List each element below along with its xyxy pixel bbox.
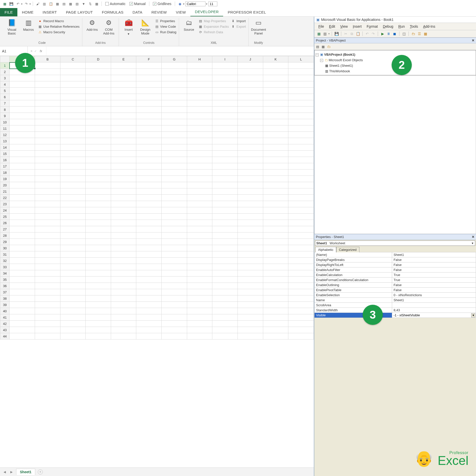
cell[interactable] xyxy=(35,157,60,163)
cell[interactable] xyxy=(162,295,187,302)
vbe-reset-icon[interactable]: ◼ xyxy=(392,31,397,36)
cell[interactable] xyxy=(288,75,314,81)
cell[interactable] xyxy=(288,308,314,314)
cell[interactable] xyxy=(86,163,111,169)
cell[interactable] xyxy=(288,283,314,289)
cell[interactable] xyxy=(60,220,86,226)
cell[interactable] xyxy=(86,289,111,295)
cell[interactable] xyxy=(162,119,187,125)
cell[interactable] xyxy=(288,295,314,302)
view-object-icon[interactable]: ▦ xyxy=(321,44,325,49)
cell[interactable] xyxy=(162,226,187,232)
cell[interactable] xyxy=(60,314,86,321)
cell[interactable] xyxy=(35,113,60,119)
vbe-menu-run[interactable]: Run xyxy=(396,24,407,29)
formula-input[interactable] xyxy=(46,46,314,56)
cell[interactable] xyxy=(263,251,288,258)
cell[interactable] xyxy=(35,94,60,100)
row-header[interactable]: 24 xyxy=(0,207,10,214)
cell[interactable] xyxy=(212,188,238,195)
cell[interactable] xyxy=(212,119,238,125)
property-name[interactable]: EnableFormatConditionsCalculation xyxy=(315,278,392,283)
cell[interactable] xyxy=(35,138,60,144)
cell[interactable] xyxy=(111,62,136,69)
cell[interactable] xyxy=(136,321,162,327)
cell[interactable] xyxy=(60,258,86,264)
row-header[interactable]: 7 xyxy=(0,100,10,107)
property-value[interactable]: Sheet1 xyxy=(392,298,476,303)
vbe-paste-icon[interactable]: 📋 xyxy=(355,31,360,36)
cell[interactable] xyxy=(60,69,86,75)
cell[interactable] xyxy=(162,144,187,151)
cell[interactable] xyxy=(263,119,288,125)
cell[interactable] xyxy=(187,232,212,239)
cell[interactable] xyxy=(187,201,212,207)
cell[interactable] xyxy=(10,113,35,119)
cell[interactable] xyxy=(136,314,162,321)
map-properties-button[interactable]: ▤Map Properties xyxy=(198,18,229,24)
vbe-save-icon[interactable]: 💾 xyxy=(334,31,339,36)
cell[interactable] xyxy=(10,207,35,214)
cell[interactable] xyxy=(263,283,288,289)
vbe-properties-icon[interactable]: ☰ xyxy=(417,31,422,36)
cell[interactable] xyxy=(10,270,35,277)
cell[interactable] xyxy=(10,232,35,239)
cell[interactable] xyxy=(212,264,238,270)
col-header[interactable]: I xyxy=(212,56,238,62)
cell[interactable] xyxy=(35,69,60,75)
cell[interactable] xyxy=(60,144,86,151)
cell[interactable] xyxy=(237,264,263,270)
cell[interactable] xyxy=(35,188,60,195)
col-header[interactable]: E xyxy=(111,56,136,62)
cell[interactable] xyxy=(237,207,263,214)
toggle-folders-icon[interactable]: 🗀 xyxy=(326,44,331,49)
vbe-menu-file[interactable]: File xyxy=(316,24,326,29)
cell[interactable] xyxy=(263,333,288,339)
cell[interactable] xyxy=(288,113,314,119)
cell[interactable] xyxy=(35,251,60,258)
row-header[interactable]: 25 xyxy=(0,214,10,220)
cell[interactable] xyxy=(60,270,86,277)
cell[interactable] xyxy=(35,283,60,289)
cell[interactable] xyxy=(86,119,111,125)
row-header[interactable]: 11 xyxy=(0,125,10,132)
vbe-cut-icon[interactable]: ✂ xyxy=(343,31,348,36)
workbook-icon[interactable]: ▦ xyxy=(55,1,60,7)
cell[interactable] xyxy=(237,333,263,339)
cell[interactable] xyxy=(10,214,35,220)
col-header[interactable]: H xyxy=(187,56,212,62)
row-header[interactable]: 33 xyxy=(0,264,10,270)
property-name[interactable]: EnableSelection xyxy=(315,293,392,298)
cell[interactable] xyxy=(212,277,238,283)
cell[interactable] xyxy=(60,277,86,283)
cell[interactable] xyxy=(10,314,35,321)
property-value[interactable]: False xyxy=(392,283,476,288)
cell[interactable] xyxy=(237,232,263,239)
cell[interactable] xyxy=(162,220,187,226)
row-header[interactable]: 18 xyxy=(0,169,10,176)
cell[interactable] xyxy=(263,277,288,283)
pivot-icon[interactable]: ▤ xyxy=(61,1,67,7)
cell[interactable] xyxy=(86,239,111,245)
cell[interactable] xyxy=(10,125,35,132)
cell[interactable] xyxy=(187,62,212,69)
cell[interactable] xyxy=(212,69,238,75)
cell[interactable] xyxy=(35,327,60,333)
cell[interactable] xyxy=(162,321,187,327)
cell[interactable] xyxy=(162,100,187,107)
cell[interactable] xyxy=(288,119,314,125)
cell[interactable] xyxy=(86,132,111,138)
sort-icon[interactable]: ⇅ xyxy=(87,1,93,7)
cell[interactable] xyxy=(263,295,288,302)
cell[interactable] xyxy=(35,314,60,321)
cell[interactable] xyxy=(187,289,212,295)
cell[interactable] xyxy=(288,302,314,308)
row-header[interactable]: 39 xyxy=(0,302,10,308)
row-header[interactable]: 29 xyxy=(0,239,10,245)
cancel-icon[interactable]: ✕ xyxy=(30,49,33,53)
cell[interactable] xyxy=(111,144,136,151)
cell[interactable] xyxy=(212,113,238,119)
cell[interactable] xyxy=(187,302,212,308)
cell[interactable] xyxy=(237,245,263,251)
cell[interactable] xyxy=(263,138,288,144)
